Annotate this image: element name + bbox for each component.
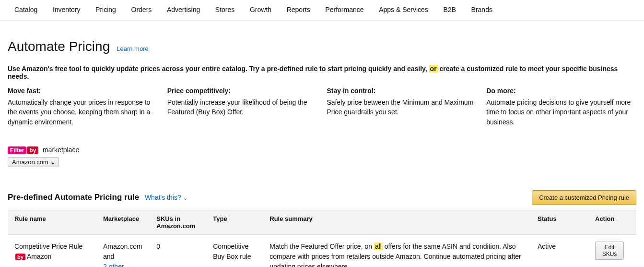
nav-reports[interactable]: Reports <box>287 6 310 13</box>
by-amazon-pill: by <box>15 254 25 260</box>
nav-brands[interactable]: Brands <box>471 6 492 13</box>
learn-more-link[interactable]: Learn more <box>117 45 148 52</box>
th-skus: SKUs in Amazon.com <box>150 210 206 234</box>
th-type: Type <box>206 210 263 234</box>
table-row: Competitive Price Rule by Amazon Amazon.… <box>8 234 636 267</box>
rules-table: Rule name Marketplace SKUs in Amazon.com… <box>8 210 636 267</box>
cell-status: Active <box>531 234 588 267</box>
marketplace-select[interactable]: Amazon.com⌄ <box>8 157 59 167</box>
create-rule-button[interactable]: Create a customized Pricing rule <box>532 190 636 205</box>
benefit-stay-in-control: Stay in control: Safely price between th… <box>327 87 477 127</box>
page-title: Automate Pricing <box>8 39 110 54</box>
nav-inventory[interactable]: Inventory <box>53 6 81 13</box>
th-summary: Rule summary <box>263 210 531 234</box>
cell-type: Competitive Buy Box rule <box>206 234 263 267</box>
whats-this-link[interactable]: What's this?⌄ <box>145 194 187 201</box>
filter-marketplace-label: marketplace <box>43 146 79 154</box>
chevron-down-icon: ⌄ <box>50 158 56 166</box>
other-marketplaces-link[interactable]: 2 other marketplaces <box>103 263 143 267</box>
th-rule-name: Rule name <box>8 210 96 234</box>
chevron-down-icon: ⌄ <box>183 195 187 201</box>
nav-stores[interactable]: Stores <box>215 6 234 13</box>
benefit-price-competitively: Price competitively: Potentially increas… <box>167 87 317 127</box>
top-nav: Catalog Inventory Pricing Orders Adverti… <box>0 0 644 21</box>
nav-apps[interactable]: Apps & Services <box>379 6 428 13</box>
section-title: Pre-defined Automate Pricing rule <box>8 193 139 202</box>
benefit-move-fast: Move fast: Automatically change your pri… <box>8 87 158 127</box>
filter-pill: Filter <box>8 146 26 154</box>
highlight-all: all <box>374 243 383 250</box>
benefit-do-more: Do more: Automate pricing decisions to g… <box>486 87 636 127</box>
nav-performance[interactable]: Performance <box>325 6 363 13</box>
nav-b2b[interactable]: B2B <box>443 6 456 13</box>
th-marketplace: Marketplace <box>96 210 150 234</box>
cell-rule-name: Competitive Price Rule by Amazon <box>8 234 96 267</box>
th-action: Action <box>588 210 636 234</box>
th-status: Status <box>531 210 588 234</box>
nav-advertising[interactable]: Advertising <box>167 6 200 13</box>
nav-catalog[interactable]: Catalog <box>14 6 37 13</box>
nav-orders[interactable]: Orders <box>131 6 152 13</box>
edit-skus-button[interactable]: Edit SKUs <box>595 242 624 260</box>
nav-pricing[interactable]: Pricing <box>95 6 116 13</box>
intro-text: Use Amazon's free tool to quickly update… <box>8 65 636 80</box>
benefits-row: Move fast: Automatically change your pri… <box>8 87 636 127</box>
cell-summary: Match the Featured Offer price, on all o… <box>263 234 531 267</box>
cell-skus: 0 <box>150 234 206 267</box>
highlight-or: or <box>429 65 438 73</box>
by-pill: by <box>27 146 38 154</box>
cell-marketplace: Amazon.com and 2 other marketplaces ⌄ <box>96 234 150 267</box>
filter-label-row: Filterby marketplace <box>8 146 636 154</box>
nav-growth[interactable]: Growth <box>250 6 271 13</box>
